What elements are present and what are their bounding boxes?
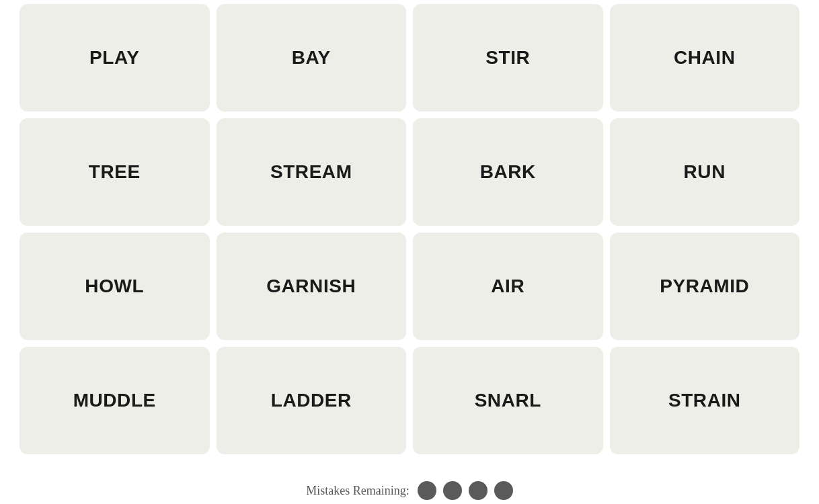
word-label-stream: STREAM [270, 161, 352, 183]
word-grid: PLAYBAYSTIRCHAINTREESTREAMBARKRUNHOWLGAR… [20, 4, 800, 454]
mistake-dot-3 [469, 481, 488, 500]
mistakes-section: Mistakes Remaining: [306, 481, 512, 500]
word-label-air: AIR [491, 276, 524, 297]
word-label-play: PLAY [89, 47, 139, 69]
word-label-muddle: MUDDLE [73, 390, 156, 411]
word-card-stream[interactable]: STREAM [217, 118, 407, 226]
word-card-chain[interactable]: CHAIN [610, 4, 800, 112]
word-label-pyramid: PYRAMID [660, 276, 749, 297]
word-card-bay[interactable]: BAY [217, 4, 407, 112]
word-card-muddle[interactable]: MUDDLE [20, 347, 210, 454]
word-label-howl: HOWL [85, 276, 144, 297]
word-label-stir: STIR [485, 47, 530, 69]
word-label-garnish: GARNISH [266, 276, 356, 297]
word-label-strain: STRAIN [668, 390, 741, 411]
word-card-strain[interactable]: STRAIN [610, 347, 800, 454]
word-label-tree: TREE [89, 161, 141, 183]
mistake-dot-4 [494, 481, 513, 500]
word-card-snarl[interactable]: SNARL [413, 347, 603, 454]
word-label-ladder: LADDER [271, 390, 352, 411]
mistake-dot-1 [418, 481, 436, 500]
word-card-run[interactable]: RUN [610, 118, 800, 226]
word-label-chain: CHAIN [674, 47, 735, 69]
word-card-tree[interactable]: TREE [20, 118, 210, 226]
word-label-bark: BARK [480, 161, 536, 183]
word-card-air[interactable]: AIR [413, 233, 603, 340]
word-card-bark[interactable]: BARK [413, 118, 603, 226]
word-label-snarl: SNARL [475, 390, 541, 411]
word-label-run: RUN [684, 161, 726, 183]
word-card-garnish[interactable]: GARNISH [217, 233, 407, 340]
word-card-pyramid[interactable]: PYRAMID [610, 233, 800, 340]
word-card-play[interactable]: PLAY [20, 4, 210, 112]
dots-container [418, 481, 513, 500]
mistake-dot-2 [443, 481, 462, 500]
game-container: PLAYBAYSTIRCHAINTREESTREAMBARKRUNHOWLGAR… [0, 0, 819, 504]
word-card-stir[interactable]: STIR [413, 4, 603, 112]
word-card-ladder[interactable]: LADDER [217, 347, 407, 454]
word-label-bay: BAY [292, 47, 331, 69]
mistakes-label: Mistakes Remaining: [306, 484, 409, 498]
word-card-howl[interactable]: HOWL [20, 233, 210, 340]
